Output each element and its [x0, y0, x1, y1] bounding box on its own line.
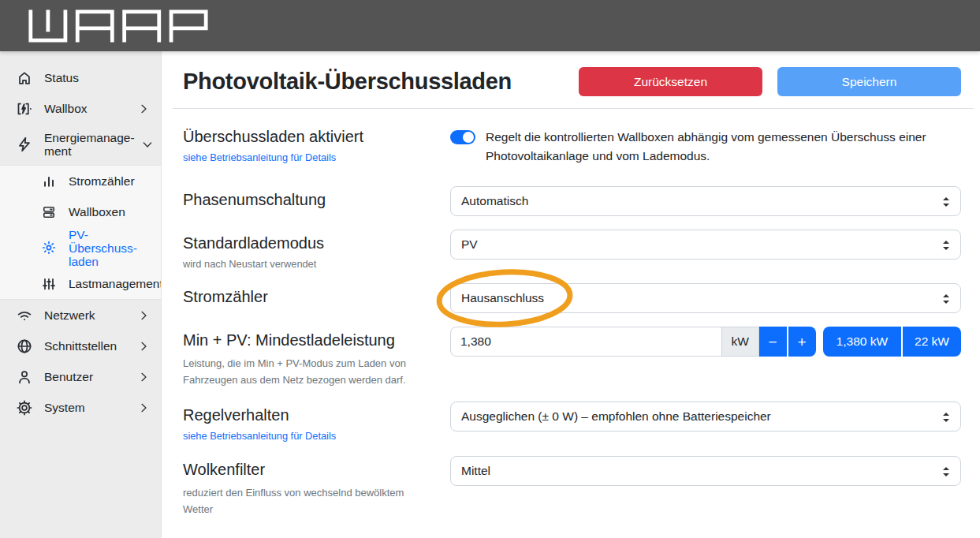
phase-switching-select[interactable]: Automatisch [450, 186, 961, 216]
sidebar-item-label: Netzwerk [44, 308, 95, 322]
chevron-down-icon [141, 138, 154, 151]
user-icon [15, 368, 34, 386]
save-button[interactable]: Speichern [777, 67, 961, 96]
server-stack-icon [39, 204, 58, 220]
sidebar-item-label: Wallboxen [69, 205, 125, 219]
toggle-knob [463, 132, 474, 143]
field-label: Wolkenfilter [183, 461, 450, 479]
settings-form: Überschussladen aktiviert siehe Betriebs… [183, 128, 961, 517]
sidebar-item-label: Benutzer [44, 370, 93, 383]
sidebar-item-label: PV-Überschuss-laden [69, 228, 150, 268]
sidebar-item-label: Status [44, 71, 79, 84]
sidebar-item-lastmanagement[interactable]: Lastmanagement [0, 268, 161, 299]
manual-link[interactable]: siehe Betriebsanleitung für Details [183, 430, 336, 442]
row-mindestladeleistung: Min + PV: Mindestladeleistung Leistung, … [183, 327, 961, 388]
field-label: Regelverhalten [183, 406, 450, 424]
gear-icon [15, 399, 34, 417]
increment-button[interactable]: + [788, 327, 816, 357]
sidebar-item-wallbox[interactable]: Wallbox [0, 93, 161, 124]
chevron-right-icon [137, 371, 150, 383]
page-header: Photovoltaik-Überschussladen Zurücksetze… [183, 67, 961, 96]
field-help: Leistung, die im Min + PV-Modus zum Lade… [183, 355, 431, 388]
topbar [0, 0, 980, 51]
default-charge-mode-select[interactable]: PV [450, 230, 961, 260]
field-label: Min + PV: Mindestladeleistung [183, 331, 450, 349]
main-content: Photovoltaik-Überschussladen Zurücksetze… [162, 51, 980, 538]
sidebar-item-label: Schnittstellen [44, 339, 117, 353]
toggle-description: Regelt die kontrollierten Wallboxen abhä… [486, 128, 947, 166]
select-caret-icon [942, 466, 950, 480]
row-ueberschussladen: Überschussladen aktiviert siehe Betriebs… [183, 128, 961, 166]
sidebar-item-benutzer[interactable]: Benutzer [0, 361, 161, 392]
select-caret-icon [942, 412, 950, 426]
field-label: Stromzähler [183, 288, 450, 306]
sidebar-item-energiemanagement[interactable]: Energiemanage-ment [0, 124, 161, 165]
reset-button[interactable]: Zurücksetzen [579, 67, 762, 96]
select-value: Hausanschluss [461, 291, 544, 305]
sidebar-item-wallboxen[interactable]: Wallboxen [0, 196, 161, 227]
select-caret-icon [942, 240, 950, 254]
chevron-right-icon [137, 103, 150, 115]
select-value: Mittel [461, 464, 490, 478]
select-caret-icon [942, 293, 950, 308]
chevron-right-icon [137, 309, 150, 322]
sidebar-item-netzwerk[interactable]: Netzwerk [0, 300, 161, 331]
field-label: Überschussladen aktiviert [183, 128, 450, 146]
warp-logo [28, 8, 209, 44]
sidebar: Status Wallbox Energiemanage-ment [0, 51, 162, 538]
sidebar-item-label: Energiemanage-ment [44, 131, 131, 158]
chevron-right-icon [137, 402, 150, 414]
field-label: Standardlademodus [183, 234, 450, 252]
sidebar-item-stromzaehler[interactable]: Stromzähler [0, 166, 161, 196]
field-help: reduziert den Einfluss von wechselnd bew… [183, 484, 431, 517]
sliders-icon [39, 276, 58, 292]
sun-icon [39, 240, 58, 256]
row-wolkenfilter: Wolkenfilter reduziert den Einfluss von … [183, 456, 961, 517]
cloud-filter-select[interactable]: Mittel [450, 456, 961, 486]
row-phasenumschaltung: Phasenumschaltung Automatisch [183, 186, 961, 216]
sidebar-item-schnittstellen[interactable]: Schnittstellen [0, 331, 161, 361]
select-value: PV [461, 237, 478, 252]
min-charge-power-input[interactable] [450, 327, 722, 357]
wifi-icon [15, 307, 34, 324]
row-regelverhalten: Regelverhalten siehe Betriebsanleitung f… [183, 402, 961, 443]
home-icon [15, 69, 34, 87]
select-value: Automatisch [461, 194, 528, 208]
sidebar-item-pv-ueberschussladen[interactable]: PV-Überschuss-laden [0, 227, 161, 268]
row-stromzaehler: Stromzähler Hausanschluss [183, 283, 961, 313]
sidebar-item-label: Wallbox [44, 102, 88, 115]
page-title: Photovoltaik-Überschussladen [183, 69, 564, 95]
bolt-icon [15, 136, 34, 153]
sidebar-item-label: Lastmanagement [69, 277, 162, 290]
meter-select[interactable]: Hausanschluss [450, 283, 961, 313]
unit-addon: kW [721, 327, 759, 357]
select-value: Ausgeglichen (± 0 W) – empfohlen ohne Ba… [461, 409, 771, 424]
preset-1380kw-button[interactable]: 1,380 kW [823, 327, 901, 357]
preset-22kw-button[interactable]: 22 kW [903, 327, 961, 357]
field-label: Phasenumschaltung [183, 191, 450, 209]
manual-link[interactable]: siehe Betriebsanleitung für Details [183, 151, 336, 163]
surplus-charging-toggle[interactable] [450, 130, 475, 144]
sidebar-item-system[interactable]: System [0, 392, 161, 423]
control-behavior-select[interactable]: Ausgeglichen (± 0 W) – empfohlen ohne Ba… [450, 402, 961, 432]
sidebar-item-label: System [44, 401, 85, 414]
bar-chart-icon [39, 174, 58, 189]
select-caret-icon [942, 196, 950, 211]
field-note: wird nach Neustart verwendet [183, 258, 450, 270]
wallbox-icon [15, 100, 34, 118]
row-standardlademodus: Standardlademodus wird nach Neustart ver… [183, 230, 961, 270]
chevron-right-icon [137, 340, 150, 353]
decrement-button[interactable]: − [759, 327, 787, 357]
header-divider [173, 108, 974, 109]
sidebar-item-label: Stromzähler [69, 174, 135, 188]
sidebar-item-status[interactable]: Status [0, 62, 161, 93]
globe-icon [15, 338, 34, 355]
energiemanagement-submenu: Stromzähler Wallboxen [0, 165, 161, 300]
